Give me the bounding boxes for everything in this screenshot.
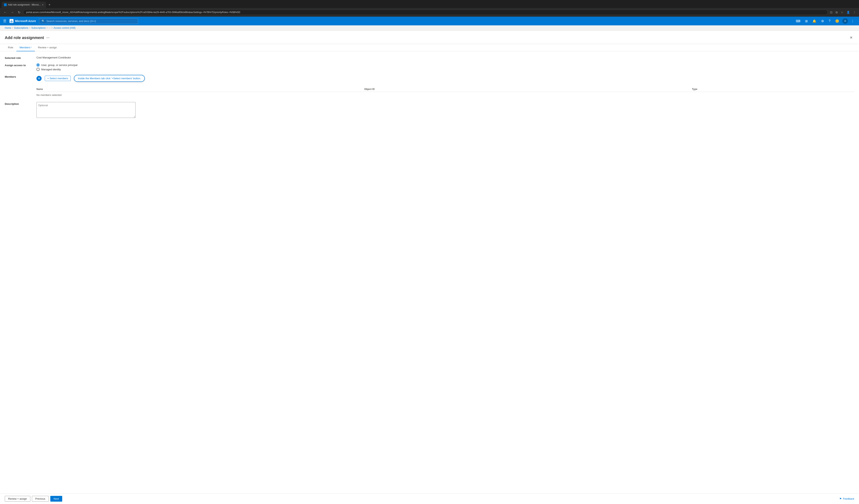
back-button[interactable]: ← [2,10,8,15]
select-members-button[interactable]: + Select members [45,76,71,81]
members-table: Name Object ID Type No members selected [36,87,854,98]
address-bar[interactable]: portal.azure.com/#view/Microsoft_Azure_A… [23,10,828,15]
tab-role[interactable]: Role [5,44,16,51]
panel-title-group: Add role assignment — [5,35,49,40]
azure-search-input[interactable] [46,20,136,22]
new-tab-button[interactable]: + [47,2,52,8]
description-textarea[interactable] [36,102,136,118]
breadcrumb-subscriptions[interactable]: Subscriptions [14,27,28,29]
cast-icon[interactable]: ⊡ [829,10,833,15]
step-badge: 6 [36,76,42,81]
radio-group: User, group, or service principal Manage… [36,63,77,71]
col-header-object-id: Object ID [364,88,689,91]
add-role-assignment-panel: Add role assignment — ✕ Role Members * R… [0,31,859,504]
azure-logo-icon [10,19,14,23]
members-controls: 6 + Select members Inside the Members ta… [36,75,854,82]
selected-role-row: Selected role Cost Management Contributo… [5,56,854,59]
col-header-type: Type [692,88,854,91]
panel-header: Add role assignment — ✕ [0,31,859,44]
extensions-icon[interactable]: ⧉ [835,10,839,15]
assign-access-label: Assign access to [5,63,36,67]
tab-review-assign[interactable]: Review + assign [35,44,60,51]
user-avatar[interactable]: A [842,18,848,24]
browser-actions: ⊡ ⧉ ☆ 👤 ⋮ [829,10,857,15]
azure-brand-text: Microsoft Azure [15,19,36,22]
review-assign-button[interactable]: Review + assign [5,496,30,502]
azure-logo: Microsoft Azure [10,19,36,23]
more-browser-icon[interactable]: ⋮ [852,10,857,15]
main-content: Add role assignment — ✕ Role Members * R… [0,31,859,504]
panel-title: Add role assignment [5,35,44,40]
feedback-icon: ⚑ [839,497,842,500]
feedback-button[interactable]: ⚑ Feedback [839,497,854,500]
panel-close-button[interactable]: ✕ [848,35,854,41]
feedback-topbar-icon[interactable]: 😊 [834,18,841,24]
next-button[interactable]: Next [50,496,62,502]
breadcrumb-sep-4: > [51,27,53,29]
tab-bar: Add role assignment - Micros... ✕ + [0,0,859,8]
more-topbar-icon[interactable]: ⋮ [849,18,856,24]
breadcrumb-sub-name: ··· [48,27,50,29]
bookmark-icon[interactable]: ☆ [840,10,844,15]
selected-role-value: Cost Management Contributor [36,56,71,59]
members-table-header: Name Object ID Type [36,87,854,92]
form-body: Selected role Cost Management Contributo… [0,51,859,493]
breadcrumb-home[interactable]: Home [5,27,11,29]
azure-search-box[interactable]: 🔍 [39,18,138,24]
breadcrumb-sep-3: > [46,27,48,29]
breadcrumb-iam[interactable]: Access control (IAM) [54,27,75,29]
radio-user-principal[interactable]: User, group, or service principal [36,63,77,66]
azure-topbar-actions: ⌨ ⊞ 🔔 ⚙ ? 😊 A ⋮ [794,18,856,24]
radio-user-circle [36,63,40,66]
breadcrumb-sep-2: > [29,27,31,29]
description-row: Description [5,102,854,118]
description-label: Description [5,102,36,105]
radio-managed-circle [36,68,40,71]
tab-members[interactable]: Members * [16,44,35,51]
tab-close-icon[interactable]: ✕ [42,3,44,6]
col-header-name: Name [36,88,361,91]
help-icon[interactable]: ? [827,18,832,24]
browser-chrome: Add role assignment - Micros... ✕ + ← → … [0,0,859,17]
address-text: portal.azure.com/#view/Microsoft_Azure_A… [26,11,240,14]
settings-icon[interactable]: ⚙ [819,18,826,24]
tab-title: Add role assignment - Micros... [8,3,41,6]
breadcrumb-sep-1: > [12,27,13,29]
breadcrumb-subscriptions-2[interactable]: Subscriptions [31,27,46,29]
profile-icon[interactable]: 👤 [846,10,851,15]
tab-members-asterisk: * [30,47,32,49]
assign-access-row: Assign access to User, group, or service… [5,63,854,71]
panel-info-icon[interactable]: — [46,36,49,40]
no-members-text: No members selected [36,92,854,98]
hamburger-menu-icon[interactable]: ☰ [3,19,6,23]
search-icon: 🔍 [42,20,45,22]
reload-button[interactable]: ↻ [17,10,21,15]
address-bar-row: ← → ↻ portal.azure.com/#view/Microsoft_A… [0,8,859,17]
azure-topbar: ☰ Microsoft Azure 🔍 ⌨ ⊞ 🔔 ⚙ ? 😊 A ⋮ [0,17,859,25]
notifications-icon[interactable]: 🔔 [811,18,818,24]
previous-button[interactable]: Previous [32,496,49,502]
selected-role-label: Selected role [5,56,36,59]
directory-icon[interactable]: ⊞ [803,18,809,24]
members-label: Members [5,75,36,78]
radio-managed-identity[interactable]: Managed identity [36,68,77,71]
bottom-bar: Review + assign Previous Next ⚑ Feedback [0,493,859,504]
tab-favicon-icon [4,3,7,6]
feedback-label: Feedback [843,497,854,500]
tabs-row: Role Members * Review + assign [0,44,859,51]
cloud-shell-icon[interactable]: ⌨ [794,18,802,24]
breadcrumb: Home > Subscriptions > Subscriptions > ·… [0,25,859,31]
tooltip-bubble: Inside the Members tab click '+Select me… [74,75,145,82]
bottom-left-actions: Review + assign Previous Next [5,496,62,502]
browser-tab[interactable]: Add role assignment - Micros... ✕ [2,2,46,8]
forward-button[interactable]: → [10,10,15,15]
members-row: Members 6 + Select members Inside the Me… [5,75,854,98]
